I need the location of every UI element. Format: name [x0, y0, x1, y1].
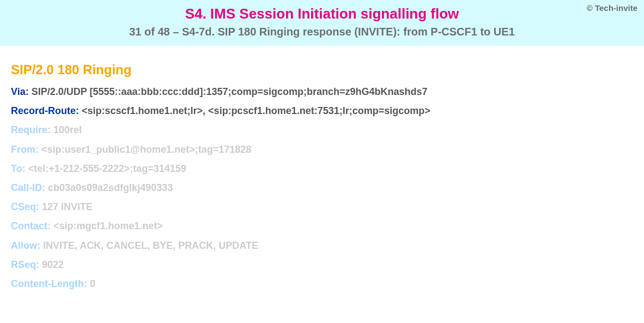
page-title: S4. IMS Session Initiation signalling fl…	[7, 5, 637, 22]
sip-header-value: 9022	[42, 259, 64, 270]
sip-header-value: SIP/2.0/UDP [5555::aaa:bbb:ccc:ddd]:1357…	[32, 86, 428, 97]
sip-header-content-length: Content-Length: 0	[11, 277, 633, 291]
sip-header-value: <sip:scscf1.home1.net;lr>, <sip:pcscf1.h…	[82, 105, 430, 116]
sip-message-body: SIP/2.0 180 Ringing Via: SIP/2.0/UDP [55…	[0, 46, 644, 307]
sip-header-value: <tel:+1-212-555-2222>;tag=314159	[28, 163, 186, 174]
sip-header-name: Require	[11, 124, 47, 135]
sip-header-name: Record-Route	[11, 105, 76, 116]
sip-header-from: From: <sip:user1_public1@home1.net>;tag=…	[11, 143, 633, 157]
sip-header-contact: Contact: <sip:mgcf1.home1.net>	[11, 219, 633, 233]
sip-status-line: SIP/2.0 180 Ringing	[11, 62, 633, 77]
sip-header-value: 0	[90, 278, 95, 289]
sip-header-name: RSeq	[11, 259, 36, 270]
document-header: © Tech-invite S4. IMS Session Initiation…	[0, 0, 644, 46]
sip-header-rseq: RSeq: 9022	[11, 258, 633, 272]
sip-header-name: Call-ID	[11, 182, 42, 193]
sip-header-name: To	[11, 163, 22, 174]
sip-header-record-route: Record-Route: <sip:scscf1.home1.net;lr>,…	[11, 104, 633, 118]
sip-header-require: Require: 100rel	[11, 123, 633, 137]
sip-header-name: Content-Length	[11, 278, 84, 289]
sip-header-call-id: Call-ID: cb03a0s09a2sdfglkj490333	[11, 181, 633, 195]
sip-header-value: <sip:mgcf1.home1.net>	[53, 220, 163, 231]
sip-header-name: Contact	[11, 220, 47, 231]
sip-header-value: 127 INVITE	[42, 201, 93, 212]
sip-header-name: CSeq	[11, 201, 36, 212]
sip-header-value: INVITE, ACK, CANCEL, BYE, PRACK, UPDATE	[43, 240, 258, 251]
sip-header-name: Via	[11, 86, 26, 97]
sip-header-value: cb03a0s09a2sdfglkj490333	[48, 182, 173, 193]
sip-header-value: 100rel	[53, 124, 82, 135]
sip-header-value: <sip:user1_public1@home1.net>;tag=171828	[41, 144, 251, 155]
sip-header-name: From	[11, 144, 35, 155]
sip-header-to: To: <tel:+1-212-555-2222>;tag=314159	[11, 162, 633, 176]
page-subtitle: 31 of 48 – S4-7d. SIP 180 Ringing respon…	[7, 26, 637, 38]
sip-header-cseq: CSeq: 127 INVITE	[11, 200, 633, 214]
sip-header-allow: Allow: INVITE, ACK, CANCEL, BYE, PRACK, …	[11, 239, 633, 253]
copyright-notice: © Tech-invite	[587, 3, 637, 13]
sip-header-name: Allow	[11, 240, 37, 251]
sip-header-via: Via: SIP/2.0/UDP [5555::aaa:bbb:ccc:ddd]…	[11, 85, 633, 99]
